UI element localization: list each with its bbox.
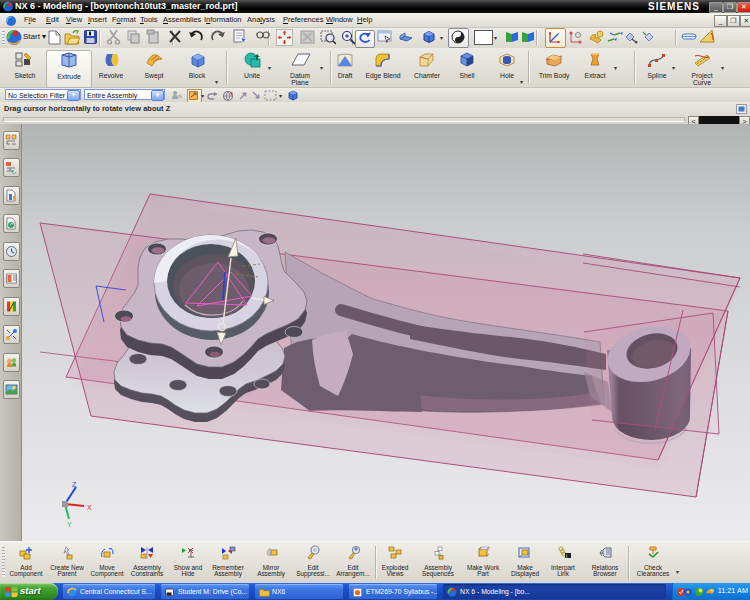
svg-text:zc: zc	[246, 265, 252, 271]
svg-text:Z: Z	[72, 481, 77, 488]
svg-text:i: i	[566, 553, 567, 559]
svg-text:X: X	[87, 504, 92, 511]
svg-text:Y: Y	[67, 521, 72, 528]
